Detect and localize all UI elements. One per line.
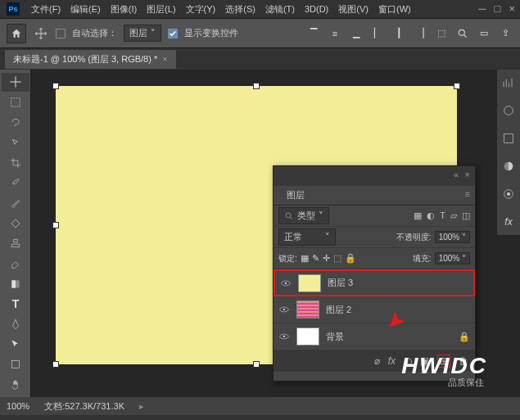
panel-collapse-icon[interactable]: « bbox=[454, 169, 459, 179]
menu-type[interactable]: 文字(Y) bbox=[181, 2, 221, 17]
filter-type-icon[interactable]: T bbox=[440, 210, 445, 221]
menu-image[interactable]: 图像(I) bbox=[106, 2, 142, 17]
svg-rect-1 bbox=[11, 98, 20, 107]
show-transform-checkbox[interactable] bbox=[168, 29, 178, 38]
pen-tool[interactable] bbox=[2, 315, 29, 334]
brush-tool[interactable] bbox=[2, 194, 29, 213]
workspace-icon[interactable]: ▭ bbox=[476, 25, 492, 42]
transform-handle-tr[interactable] bbox=[454, 83, 460, 89]
visibility-toggle[interactable] bbox=[280, 278, 292, 289]
align-hcenter-icon[interactable]: ┃ bbox=[391, 25, 407, 42]
crop-tool[interactable] bbox=[2, 154, 29, 173]
align-left-icon[interactable]: ▏ bbox=[369, 25, 386, 42]
align-bottom-icon[interactable]: ▁ bbox=[348, 25, 364, 42]
layer-row[interactable]: 图层 2 bbox=[274, 296, 475, 323]
align-right-icon[interactable]: ▕ bbox=[412, 25, 428, 42]
transform-handle-tl[interactable] bbox=[52, 83, 59, 89]
search-icon[interactable] bbox=[454, 25, 471, 42]
shape-tool[interactable] bbox=[2, 355, 29, 374]
eyedropper-tool[interactable] bbox=[2, 174, 29, 192]
lock-artboard-icon[interactable]: ⬚ bbox=[333, 253, 341, 264]
share-icon[interactable]: ⇪ bbox=[497, 25, 513, 42]
menu-select[interactable]: 选择(S) bbox=[220, 2, 260, 17]
visibility-toggle[interactable] bbox=[278, 304, 290, 315]
zoom-level[interactable]: 100% bbox=[7, 401, 29, 411]
layer-thumbnail bbox=[298, 274, 321, 292]
swatches-icon[interactable] bbox=[500, 186, 517, 202]
layers-tab[interactable]: 图层 bbox=[280, 186, 311, 205]
svg-point-8 bbox=[504, 106, 513, 115]
lock-move-icon[interactable]: ✛ bbox=[323, 253, 330, 264]
layer-filter-dropdown[interactable]: 类型 ˅ bbox=[278, 207, 329, 224]
filter-shape-icon[interactable]: ▱ bbox=[450, 210, 457, 221]
lock-position-icon[interactable]: ✎ bbox=[312, 253, 319, 264]
doc-info-arrow[interactable]: ▸ bbox=[139, 401, 144, 412]
menu-file[interactable]: 文件(F) bbox=[26, 2, 66, 17]
transform-handle-ml[interactable] bbox=[52, 222, 59, 228]
stamp-tool[interactable] bbox=[2, 234, 29, 253]
opacity-input[interactable]: 100% ˅ bbox=[435, 231, 470, 243]
panel-menu-icon[interactable]: ≡ bbox=[465, 189, 470, 199]
svg-rect-4 bbox=[11, 280, 16, 287]
hand-tool[interactable] bbox=[2, 375, 29, 394]
3d-mode-icon[interactable]: ⬚ bbox=[433, 25, 450, 42]
lock-icon: 🔒 bbox=[459, 332, 470, 342]
home-button[interactable] bbox=[7, 24, 26, 43]
filter-pixel-icon[interactable]: ▦ bbox=[414, 210, 422, 221]
link-layers-icon[interactable]: ⌀ bbox=[374, 355, 380, 367]
lock-all-icon[interactable]: 🔒 bbox=[345, 253, 356, 264]
eraser-tool[interactable] bbox=[2, 255, 29, 273]
layers-list: 图层 3 图层 2 背景 🔒 bbox=[274, 269, 475, 350]
move-tool[interactable] bbox=[2, 73, 29, 92]
menu-edit[interactable]: 编辑(E) bbox=[66, 2, 106, 17]
blend-mode-dropdown[interactable]: 正常 ˅ bbox=[278, 228, 336, 246]
menu-view[interactable]: 视图(V) bbox=[333, 2, 373, 17]
watermark: HWIDC bbox=[401, 353, 487, 379]
type-tool[interactable]: T bbox=[2, 295, 29, 314]
lock-pixels-icon[interactable]: ▦ bbox=[301, 253, 309, 264]
styles-icon[interactable]: fx bbox=[500, 214, 517, 230]
auto-select-dropdown[interactable]: 图层 ˅ bbox=[124, 25, 161, 42]
color-icon[interactable] bbox=[500, 102, 517, 119]
minimize-button[interactable]: ─ bbox=[478, 2, 486, 15]
fill-input[interactable]: 100% ˅ bbox=[435, 252, 470, 264]
show-transform-label: 显示变换控件 bbox=[184, 27, 238, 39]
layer-row[interactable]: 背景 🔒 bbox=[274, 323, 475, 350]
marquee-tool[interactable] bbox=[2, 93, 29, 112]
lasso-tool[interactable] bbox=[2, 113, 29, 132]
maximize-button[interactable]: □ bbox=[495, 2, 501, 15]
align-vcenter-icon[interactable]: ≡ bbox=[327, 25, 343, 42]
quick-select-tool[interactable] bbox=[2, 133, 29, 152]
path-select-tool[interactable] bbox=[2, 335, 29, 354]
panel-drag-handle[interactable]: « × bbox=[274, 166, 475, 186]
layer-name[interactable]: 背景 bbox=[326, 331, 344, 343]
ad��ustments-icon[interactable] bbox=[500, 158, 517, 174]
panel-close-icon[interactable]: × bbox=[465, 169, 470, 179]
libraries-icon[interactable] bbox=[500, 130, 517, 147]
close-button[interactable]: × bbox=[509, 2, 515, 15]
svg-point-17 bbox=[283, 309, 285, 310]
tab-close-button[interactable]: × bbox=[162, 54, 167, 64]
layer-style-icon[interactable]: fx bbox=[388, 355, 396, 367]
menubar: Ps 文件(F) 编辑(E) 图像(I) 图层(L) 文字(Y) 选择(S) 滤… bbox=[0, 0, 520, 19]
align-top-icon[interactable]: ▔ bbox=[305, 25, 322, 42]
menu-3d[interactable]: 3D(D) bbox=[300, 2, 333, 16]
document-tab[interactable]: 未标题-1 @ 100% (图层 3, RGB/8) * × bbox=[5, 50, 176, 69]
transform-handle-bc[interactable] bbox=[253, 361, 260, 368]
layer-name[interactable]: 图层 3 bbox=[328, 277, 353, 289]
fill-label: 填充: bbox=[413, 253, 432, 264]
histogram-icon[interactable] bbox=[500, 75, 517, 91]
layer-name[interactable]: 图层 2 bbox=[326, 304, 351, 316]
filter-adjust-icon[interactable]: ◐ bbox=[427, 210, 435, 221]
menu-window[interactable]: 窗口(W) bbox=[373, 2, 416, 17]
transform-handle-tc[interactable] bbox=[253, 83, 260, 89]
auto-select-checkbox[interactable] bbox=[56, 29, 66, 38]
menu-layer[interactable]: 图层(L) bbox=[142, 2, 180, 17]
filter-smart-icon[interactable]: ◫ bbox=[462, 210, 470, 221]
layer-row[interactable]: 图层 3 bbox=[274, 269, 475, 296]
transform-handle-bl[interactable] bbox=[52, 361, 59, 368]
gradient-tool[interactable] bbox=[2, 274, 29, 293]
visibility-toggle[interactable] bbox=[278, 331, 290, 342]
healing-tool[interactable] bbox=[2, 214, 29, 233]
menu-filter[interactable]: 滤镜(T) bbox=[260, 2, 300, 17]
